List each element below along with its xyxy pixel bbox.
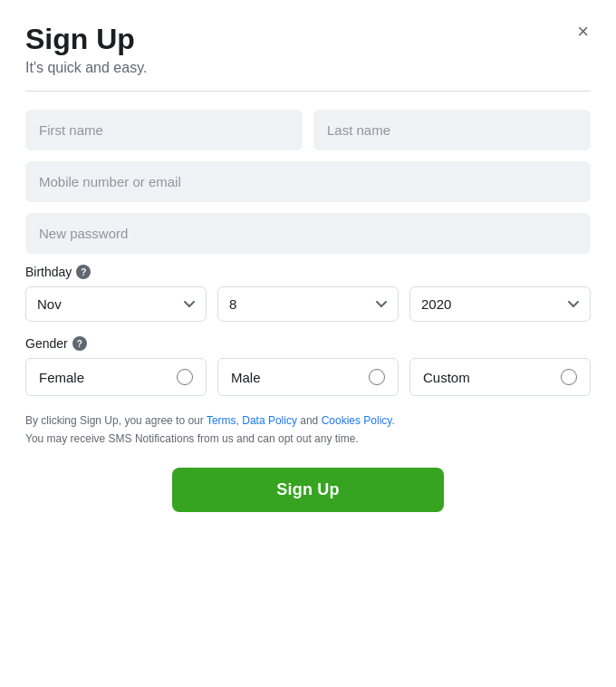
signup-modal: × Sign Up It's quick and easy. Birthday … <box>0 0 616 687</box>
birthday-label: Birthday ? <box>25 265 591 279</box>
gender-help-icon[interactable]: ? <box>72 336 87 351</box>
terms-text: By clicking Sign Up, you agree to our Te… <box>25 412 591 447</box>
gender-custom-label: Custom <box>423 370 470 385</box>
terms-period: . <box>391 414 394 427</box>
mobile-email-row <box>25 161 591 202</box>
cookies-policy-link[interactable]: Cookies Policy <box>322 414 392 427</box>
name-row <box>25 110 591 150</box>
header-divider <box>25 91 591 92</box>
gender-female-label: Female <box>39 370 84 385</box>
birthday-month-select[interactable]: Jan Feb Mar Apr May Jun Jul Aug Sep Oct … <box>25 286 207 322</box>
modal-title: Sign Up <box>25 22 591 56</box>
password-row <box>25 213 591 254</box>
gender-option-female[interactable]: Female <box>25 358 207 396</box>
birthday-selects: Jan Feb Mar Apr May Jun Jul Aug Sep Oct … <box>25 286 591 322</box>
gender-section: Gender ? Female Male Custom <box>25 336 591 396</box>
gender-male-radio[interactable] <box>369 369 385 385</box>
last-name-input[interactable] <box>313 110 591 150</box>
birthday-section: Birthday ? Jan Feb Mar Apr May Jun Jul A… <box>25 265 591 322</box>
close-button[interactable]: × <box>572 18 594 45</box>
birthday-help-icon[interactable]: ? <box>76 265 91 279</box>
gender-custom-radio[interactable] <box>561 369 577 385</box>
gender-option-custom[interactable]: Custom <box>409 358 591 396</box>
mobile-email-input[interactable] <box>25 161 591 202</box>
gender-female-radio[interactable] <box>177 369 193 385</box>
terms-prefix: By clicking Sign Up, you agree to our <box>25 414 207 427</box>
birthday-year-select[interactable]: 2024 2023 2022 2021 2020 2019 2018 2017 … <box>409 286 591 322</box>
modal-header: Sign Up It's quick and easy. <box>25 22 591 76</box>
gender-male-label: Male <box>231 370 261 385</box>
terms-sep2: and <box>297 414 322 427</box>
gender-option-male[interactable]: Male <box>217 358 399 396</box>
terms-link[interactable]: Terms <box>207 414 236 427</box>
birthday-day-select[interactable]: 1 2 3 4 5 6 7 8 9 10 11 12 13 14 15 16 1… <box>217 286 399 322</box>
password-input[interactable] <box>25 213 591 254</box>
signup-button[interactable]: Sign Up <box>172 468 444 512</box>
sms-text: You may receive SMS Notifications from u… <box>25 432 359 445</box>
gender-label: Gender ? <box>25 336 591 351</box>
first-name-input[interactable] <box>25 110 303 150</box>
modal-subtitle: It's quick and easy. <box>25 60 591 76</box>
gender-options: Female Male Custom <box>25 358 591 396</box>
data-policy-link[interactable]: Data Policy <box>242 414 297 427</box>
